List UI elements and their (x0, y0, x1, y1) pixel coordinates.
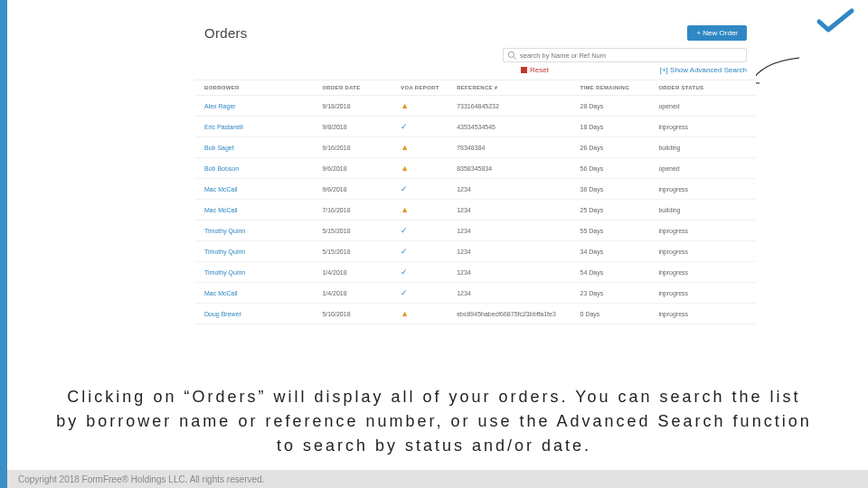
cell-reference: 8358345834 (453, 158, 576, 179)
col-order-status[interactable]: ORDER STATUS (655, 80, 756, 96)
table-header-row: BORROWER ORDER DATE VOA REPORT REFERENCE… (195, 80, 756, 96)
col-voa-report[interactable]: VOA REPORT (397, 80, 453, 96)
cell-order-date: 9/8/2018 (318, 117, 397, 137)
cell-order-date: 5/15/2018 (318, 221, 397, 241)
svg-point-0 (508, 52, 514, 57)
cell-borrower[interactable]: Timothy Quinn (195, 221, 318, 241)
cell-reference: 78348384 (453, 137, 576, 158)
cell-voa-report: ✓ (397, 221, 453, 241)
table-row[interactable]: Timothy Quinn5/15/2018✓123434 Daysinprog… (195, 241, 756, 262)
table-row[interactable]: Mac McCall9/6/2018✓123436 Daysinprogress (195, 179, 756, 200)
cell-time-remaining: 36 Days (577, 179, 656, 200)
table-row[interactable]: Mac McCall7/16/2018▲123425 Daysbuilding (195, 200, 756, 221)
cell-voa-report: ✓ (397, 179, 453, 200)
cell-order-status: opened (655, 158, 756, 179)
cell-order-date: 1/4/2018 (318, 262, 397, 283)
cell-voa-report: ✓ (397, 283, 453, 304)
reset-button[interactable]: Reset (521, 66, 549, 74)
cell-borrower[interactable]: Mac McCall (195, 179, 318, 200)
reset-label: Reset (530, 66, 549, 74)
cell-time-remaining: 26 Days (577, 137, 656, 158)
check-icon: ✓ (401, 184, 408, 193)
cell-borrower[interactable]: Timothy Quinn (195, 241, 318, 262)
cell-borrower[interactable]: Bob Bobson (195, 158, 318, 179)
col-borrower[interactable]: BORROWER (195, 80, 318, 96)
cell-order-date: 5/10/2018 (318, 304, 397, 324)
cell-time-remaining: 18 Days (577, 117, 656, 137)
table-row[interactable]: Timothy Quinn5/15/2018✓123455 Daysinprog… (195, 221, 756, 241)
check-icon: ✓ (401, 288, 408, 297)
copyright-footer: Copyright 2018 FormFree® Holdings LLC. A… (7, 470, 868, 488)
cell-order-status: building (655, 137, 756, 158)
cell-order-status: building (655, 200, 756, 221)
cell-order-status: inprogress (655, 304, 756, 324)
cell-reference: 1234 (453, 179, 576, 200)
svg-line-1 (514, 57, 516, 60)
cell-order-date: 9/16/2018 (318, 137, 397, 158)
search-input[interactable] (520, 52, 742, 60)
cell-reference: 1234 (453, 283, 576, 304)
cell-order-status: opened (655, 96, 756, 117)
warning-icon: ▲ (401, 143, 409, 152)
cell-time-remaining: 28 Days (577, 96, 656, 117)
cell-borrower[interactable]: Eric Pastarelli (195, 117, 318, 137)
cell-time-remaining: 0 Days (577, 304, 656, 324)
cell-voa-report: ✓ (397, 262, 453, 283)
cell-reference: ebc8945habecf66875fc23bbffa1fe3 (453, 304, 576, 324)
col-time-remaining[interactable]: TIME REMAINING (577, 80, 656, 96)
orders-table: BORROWER ORDER DATE VOA REPORT REFERENCE… (195, 80, 756, 324)
table-row[interactable]: Timothy Quinn1/4/2018✓123454 Daysinprogr… (195, 262, 756, 283)
cell-time-remaining: 23 Days (577, 283, 656, 304)
cell-order-date: 9/6/2018 (318, 179, 397, 200)
table-row[interactable]: Doug Brewer5/10/2018▲ebc8945habecf66875f… (195, 304, 756, 324)
page-title: Orders (204, 25, 248, 41)
warning-icon: ▲ (401, 309, 409, 318)
cell-order-status: inprogress (655, 117, 756, 137)
cell-voa-report: ▲ (397, 96, 453, 117)
cell-voa-report: ▲ (397, 158, 453, 179)
check-icon: ✓ (401, 247, 408, 256)
search-icon (507, 51, 516, 60)
cell-order-status: inprogress (655, 179, 756, 200)
warning-icon: ▲ (401, 101, 409, 110)
table-row[interactable]: Mac McCall1/4/2018✓123423 Daysinprogress (195, 283, 756, 304)
col-reference[interactable]: REFERENCE # (453, 80, 576, 96)
table-row[interactable]: Alex Rager9/18/2018▲73316484523228 Dayso… (195, 96, 756, 117)
check-icon: ✓ (401, 267, 408, 277)
cell-borrower[interactable]: Mac McCall (195, 200, 318, 221)
advanced-search-link[interactable]: [+] Show Advanced Search (660, 66, 747, 74)
stop-icon (521, 67, 527, 73)
cell-borrower[interactable]: Alex Rager (195, 96, 318, 117)
cell-order-status: inprogress (655, 221, 756, 241)
orders-panel: Orders + New Order Reset [+] Show Advanc… (195, 22, 756, 324)
table-row[interactable]: Bob Bobson9/6/2018▲835834583456 Daysopen… (195, 158, 756, 179)
slide-caption: Clicking on “Orders” will display all of… (54, 385, 814, 458)
cell-borrower[interactable]: Bob Saget (195, 137, 318, 158)
search-box[interactable] (503, 48, 747, 62)
check-icon: ✓ (401, 122, 408, 131)
cell-time-remaining: 25 Days (577, 200, 656, 221)
accent-bar (0, 0, 7, 488)
cell-reference: 43534534545 (453, 117, 576, 137)
cell-reference: 1234 (453, 221, 576, 241)
cell-order-date: 5/15/2018 (318, 241, 397, 262)
cell-voa-report: ▲ (397, 137, 453, 158)
check-icon: ✓ (401, 226, 408, 235)
cell-time-remaining: 55 Days (577, 221, 656, 241)
cell-time-remaining: 56 Days (577, 158, 656, 179)
warning-icon: ▲ (401, 205, 409, 214)
cell-order-date: 1/4/2018 (318, 283, 397, 304)
cell-borrower[interactable]: Timothy Quinn (195, 262, 318, 283)
cell-borrower[interactable]: Doug Brewer (195, 304, 318, 324)
cell-voa-report: ▲ (397, 304, 453, 324)
cell-reference: 1234 (453, 241, 576, 262)
warning-icon: ▲ (401, 164, 409, 173)
cell-order-date: 9/18/2018 (318, 96, 397, 117)
cell-borrower[interactable]: Mac McCall (195, 283, 318, 304)
new-order-button[interactable]: + New Order (687, 25, 747, 41)
col-order-date[interactable]: ORDER DATE (318, 80, 397, 96)
cell-order-date: 9/6/2018 (318, 158, 397, 179)
table-row[interactable]: Eric Pastarelli9/8/2018✓4353453454518 Da… (195, 117, 756, 137)
cell-order-status: inprogress (655, 283, 756, 304)
table-row[interactable]: Bob Saget9/16/2018▲7834838426 Daysbuildi… (195, 137, 756, 158)
